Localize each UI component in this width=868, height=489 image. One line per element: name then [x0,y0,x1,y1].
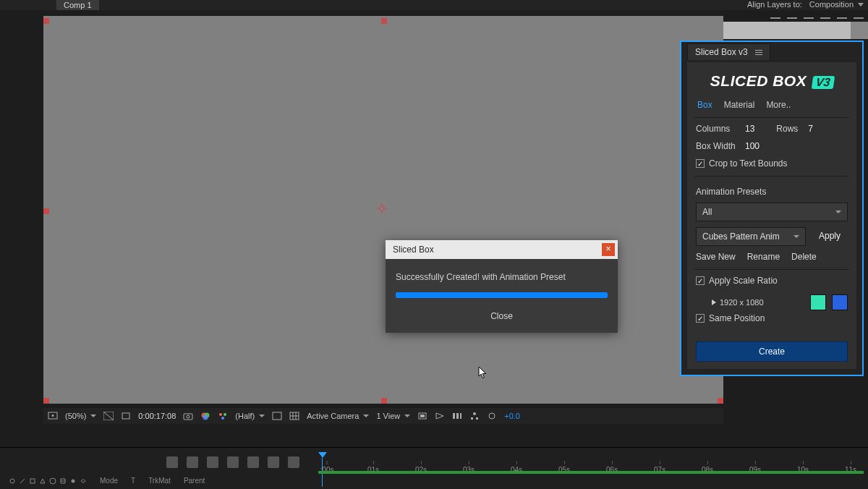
col-mode[interactable]: Mode [100,477,118,485]
screen-icon[interactable] [48,411,58,421]
sliced-box-panel: Sliced Box v3 SLICED BOX V3 Box Material… [680,41,864,376]
col-trkmat[interactable]: TrkMat [148,477,171,485]
bounds-handle[interactable] [43,398,49,404]
align-icon[interactable] [787,14,797,22]
toggle-pixel-aspect-icon[interactable] [417,411,427,421]
rows-label: Rows [776,124,801,134]
save-new-button[interactable]: Save New [696,252,736,262]
col-t[interactable]: T [131,477,135,485]
apply-scale-ratio-checkbox[interactable]: ✓ Apply Scale Ratio [696,276,778,286]
channel-rgb-icon[interactable] [200,411,210,421]
layer-switch-icon[interactable] [49,477,56,485]
toggle-mask-icon[interactable] [121,411,131,421]
svg-point-12 [224,413,226,416]
resolution-expand[interactable]: 1920 x 1080 [712,298,764,307]
resolution-swatch-row: 1920 x 1080 [696,294,848,310]
exposure-value[interactable]: +0.0 [504,412,520,420]
svg-rect-21 [453,413,455,419]
svg-point-13 [221,417,224,420]
timeline-tool-icon[interactable] [227,456,239,468]
timeline-tool-icon[interactable] [288,456,299,468]
scrollbar[interactable] [851,22,868,39]
close-dialog-button[interactable]: Close [485,310,519,323]
layer-switch-icon[interactable] [29,477,36,485]
chevron-down-icon [404,414,410,417]
apply-button[interactable]: Apply [812,227,848,246]
align-target-dropdown[interactable]: Composition [809,0,864,9]
resolution-value: (Half) [235,412,255,420]
tab-box[interactable]: Box [697,100,712,110]
tab-material[interactable]: Material [724,100,755,110]
create-button[interactable]: Create [696,341,848,362]
region-icon[interactable] [272,411,282,421]
color-swatch-2[interactable] [832,294,848,310]
bounds-handle[interactable] [381,18,387,24]
composition-tab[interactable]: Comp 1 [56,0,99,10]
crop-checkbox[interactable]: ✓ Crop to Text Bounds [696,158,788,169]
dialog-footer: Close [386,304,618,333]
svg-line-4 [103,412,114,420]
layer-switch-icon[interactable] [69,477,77,485]
magnification-dropdown[interactable]: (50%) [65,412,96,420]
timeline-tool-icon[interactable] [268,456,279,468]
same-position-checkbox[interactable]: ✓ Same Position [696,313,765,323]
apply-scale-ratio-label: Apply Scale Ratio [709,276,778,286]
reset-exposure-icon[interactable] [487,411,497,421]
timecode[interactable]: 0:00:17:08 [138,412,176,420]
anchor-point-icon[interactable] [377,203,387,213]
timeline-tool-icon[interactable] [166,456,178,468]
bounds-handle[interactable] [381,398,387,404]
col-parent[interactable]: Parent [184,477,205,485]
svg-point-30 [50,478,56,484]
delete-button[interactable]: Delete [791,252,817,262]
layer-switch-icon[interactable] [80,477,87,485]
svg-rect-6 [184,414,192,420]
snapshot-icon[interactable] [183,411,193,421]
color-swatch-1[interactable] [810,294,826,310]
rename-button[interactable]: Rename [747,252,780,262]
bounds-handle[interactable] [43,18,49,24]
grid-icon[interactable] [289,411,299,421]
toggle-transparent-icon[interactable] [103,411,114,421]
timeline-tool-icon[interactable] [247,456,259,468]
timeline-tool-icon[interactable] [187,456,198,468]
align-icon[interactable] [837,14,847,22]
resolution-dropdown[interactable]: (Half) [235,412,265,420]
align-icon[interactable] [854,14,864,22]
layer-switch-icon[interactable] [59,477,67,485]
preset-filter-dropdown[interactable]: All [696,203,848,221]
flowchart-icon[interactable] [469,411,480,421]
close-button[interactable]: × [602,243,615,256]
bounds-handle[interactable] [718,398,723,404]
align-icon[interactable] [804,14,814,22]
panel-tab[interactable]: Sliced Box v3 [687,43,770,60]
bounds-handle[interactable] [43,208,49,214]
columns-value[interactable]: 13 [745,124,754,134]
composition-viewer[interactable] [43,16,723,404]
svg-point-7 [187,415,190,418]
panel-menu-icon[interactable] [755,50,762,55]
timeline-track[interactable] [318,471,864,474]
align-icon[interactable] [770,14,780,22]
timeline-tool-icon[interactable] [207,456,218,468]
timeline-icon[interactable] [452,411,462,421]
align-icon-row [770,14,864,22]
fast-preview-icon[interactable] [435,411,445,421]
camera-dropdown[interactable]: Active Camera [307,412,369,420]
time-ruler[interactable]: :00s 01s 02s 03s 04s 05s 06s 07s 08s 09s… [318,452,864,469]
layer-switch-icon[interactable] [9,477,16,485]
tab-more[interactable]: More.. [766,100,791,110]
channel-shapes-icon[interactable] [218,411,228,421]
preset-select-dropdown[interactable]: Cubes Pattern Anim [696,227,806,246]
current-time-indicator-icon[interactable] [318,452,327,458]
dialog-title-bar[interactable]: Sliced Box × [386,240,618,259]
boxwidth-value[interactable]: 100 [745,141,760,151]
views-dropdown[interactable]: 1 View [376,412,410,420]
align-icon[interactable] [820,14,830,22]
timeline-column-headers: Mode T TrkMat Parent [9,477,205,485]
close-icon: × [605,244,610,254]
rows-value[interactable]: 7 [808,124,813,134]
layer-switch-icon[interactable] [39,477,46,485]
layer-switch-icon[interactable] [19,477,26,485]
scale-ratio-row: ✓ Apply Scale Ratio [696,276,848,286]
